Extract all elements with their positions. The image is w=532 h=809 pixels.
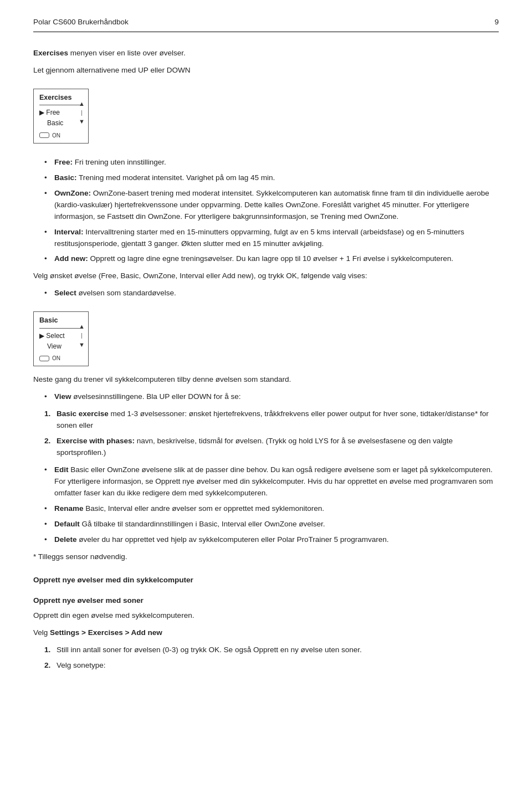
device2-on-label: ON — [52, 354, 60, 363]
numbered-item2-2: 2. Velg sonetype: — [44, 660, 499, 672]
bullet-list-4: Edit Basic eller OwnZone øvelsene slik a… — [44, 464, 499, 546]
intro-paragraph: Exercises menyen viser en liste over øve… — [33, 48, 499, 59]
arrow-up-icon: ▲ — [79, 100, 85, 107]
device1-item-free: ▶ Free — [39, 107, 63, 118]
bullet-free: Free: Fri trening uten innstillinger. — [44, 157, 499, 168]
bullet-ownzone: OwnZone: OwnZone-basert trening med mode… — [44, 188, 499, 223]
num-1: 1. — [44, 408, 50, 420]
device1-bottom: ON — [39, 131, 83, 140]
device2-title: Basic — [39, 315, 83, 328]
bullet-basic: Basic: Trening med moderat intensitet. V… — [44, 172, 499, 184]
footnote: * Tilleggs sensor nødvendig. — [33, 551, 499, 563]
device-diagram-1: Exercises ▶ Free Basic ▲ | ▼ ON — [33, 89, 89, 144]
select-intro: Velg ønsket øvelse (Free, Basic, OwnZone… — [33, 270, 499, 282]
device1-scroll: ▲ | ▼ — [79, 100, 85, 126]
page-header: Polar CS600 Brukerhåndbok 9 — [33, 17, 499, 32]
bullet-rename: Rename Basic, Interval eller andre øvels… — [44, 503, 499, 515]
scroll-bar: | — [81, 109, 83, 117]
device2-button-icon — [39, 356, 49, 361]
bullet-list-2: Select øvelsen som standardøvelse. — [44, 288, 499, 299]
numbered-item-2: 2. Exercise with phases: navn, beskrivel… — [44, 436, 499, 459]
up-down-label: Let gjennom alternativene med UP eller D… — [33, 65, 499, 76]
section2-text: Opprett din egen øvelse med sykkelcomput… — [33, 610, 499, 622]
arrow-down-icon-2: ▼ — [79, 341, 85, 349]
device1-on-label: ON — [52, 131, 60, 140]
bullet-view: View øvelsesinnstillingene. Bla UP eller… — [44, 391, 499, 403]
device2-item-view: View — [39, 341, 65, 352]
section1-heading: Opprett nye øvelser med din sykkelcomput… — [33, 575, 499, 586]
arrow-up-icon-2: ▲ — [79, 323, 85, 330]
numbered-item2-1: 1. Still inn antall soner for øvelsen (0… — [44, 644, 499, 656]
num-2: 2. — [44, 436, 50, 447]
bullet-edit: Edit Basic eller OwnZone øvelsene slik a… — [44, 464, 499, 499]
numbered-list-2: 1. Still inn antall soner for øvelsen (0… — [44, 644, 499, 672]
numbered-list-1: 1. Basic exercise med 1-3 øvelsessoner: … — [44, 408, 499, 459]
bullet-list-3: View øvelsesinnstillingene. Bla UP eller… — [44, 391, 499, 403]
scroll-bar-2: | — [81, 331, 83, 340]
num2-2: 2. — [44, 660, 50, 672]
bullet-select: Select øvelsen som standardøvelse. — [44, 288, 499, 299]
bullet-interval: Interval: Intervalltrening starter med e… — [44, 227, 499, 250]
device2-item-select: ▶ Select — [39, 331, 65, 341]
section2-instruction: Velg Settings > Exercises > Add new — [33, 627, 499, 639]
numbered-item-1: 1. Basic exercise med 1-3 øvelsessoner: … — [44, 408, 499, 432]
num2-1: 1. — [44, 644, 50, 656]
device1-items: ▶ Free Basic — [39, 107, 63, 129]
device1-item-basic: Basic — [39, 118, 63, 129]
neste-gang: Neste gang du trener vil sykkelcomputere… — [33, 374, 499, 386]
intro-text: menyen viser en liste over øvelser. — [70, 49, 186, 57]
bullet-default: Default Gå tilbake til standardinnstilli… — [44, 519, 499, 530]
page-title: Polar CS600 Brukerhåndbok — [33, 17, 129, 28]
bullet-delete: Delete øveler du har opprettet ved hjelp… — [44, 534, 499, 546]
page-number: 9 — [494, 17, 499, 28]
device2-bottom: ON — [39, 354, 83, 363]
device1-title: Exercises — [39, 93, 83, 105]
section2-heading: Opprett nye øvelser med soner — [33, 595, 499, 607]
bullet-list-1: Free: Fri trening uten innstillinger. Ba… — [44, 157, 499, 265]
arrow-down-icon: ▼ — [79, 118, 85, 125]
device2-items: ▶ Select View — [39, 331, 65, 352]
device2-scroll: ▲ | ▼ — [79, 323, 85, 349]
device-diagram-2: Basic ▶ Select View ▲ | ▼ ON — [33, 311, 89, 366]
bullet-addnew: Add new: Opprett og lagre dine egne tren… — [44, 253, 499, 265]
device1-button-icon — [39, 132, 49, 138]
